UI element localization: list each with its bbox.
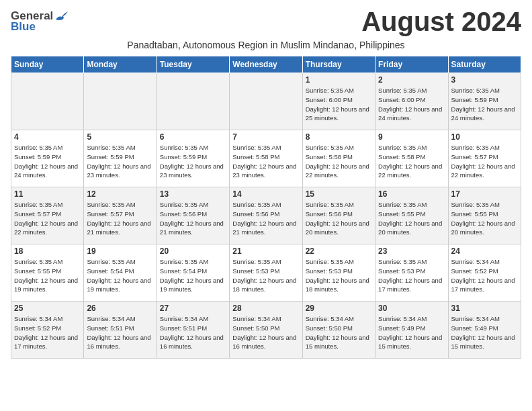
calendar-cell: 2Sunrise: 5:35 AM Sunset: 6:00 PM Daylig… <box>375 73 448 130</box>
day-number: 27 <box>160 304 226 313</box>
day-info: Sunrise: 5:34 AM Sunset: 5:50 PM Dayligh… <box>306 314 372 351</box>
calendar-cell <box>230 73 302 130</box>
day-info: Sunrise: 5:35 AM Sunset: 5:59 PM Dayligh… <box>451 86 518 123</box>
logo-bird-icon <box>54 10 69 22</box>
calendar-cell: 8Sunrise: 5:35 AM Sunset: 5:58 PM Daylig… <box>302 130 375 187</box>
logo: General Blue <box>11 9 69 34</box>
calendar-cell: 5Sunrise: 5:35 AM Sunset: 5:59 PM Daylig… <box>84 130 157 187</box>
calendar-cell: 27Sunrise: 5:34 AM Sunset: 5:51 PM Dayli… <box>157 302 229 359</box>
day-info: Sunrise: 5:35 AM Sunset: 5:57 PM Dayligh… <box>451 143 518 180</box>
day-number: 1 <box>306 75 372 85</box>
calendar-cell: 21Sunrise: 5:35 AM Sunset: 5:53 PM Dayli… <box>230 244 302 302</box>
day-info: Sunrise: 5:35 AM Sunset: 5:54 PM Dayligh… <box>87 257 153 294</box>
day-header-monday: Monday <box>84 56 157 73</box>
day-info: Sunrise: 5:34 AM Sunset: 5:52 PM Dayligh… <box>14 314 81 351</box>
day-number: 26 <box>87 304 153 313</box>
calendar-cell: 16Sunrise: 5:35 AM Sunset: 5:55 PM Dayli… <box>375 187 448 244</box>
day-number: 2 <box>378 75 445 85</box>
day-number: 12 <box>87 189 153 199</box>
day-header-friday: Friday <box>375 56 448 73</box>
day-header-thursday: Thursday <box>302 56 375 73</box>
calendar-cell: 12Sunrise: 5:35 AM Sunset: 5:57 PM Dayli… <box>84 187 157 244</box>
day-info: Sunrise: 5:35 AM Sunset: 5:55 PM Dayligh… <box>14 257 81 294</box>
day-number: 5 <box>87 132 153 142</box>
day-info: Sunrise: 5:35 AM Sunset: 5:59 PM Dayligh… <box>14 143 81 180</box>
day-info: Sunrise: 5:35 AM Sunset: 5:58 PM Dayligh… <box>378 143 445 180</box>
calendar-cell <box>11 73 84 130</box>
day-number: 22 <box>306 246 372 256</box>
day-number: 10 <box>451 132 518 142</box>
calendar-week-row: 4Sunrise: 5:35 AM Sunset: 5:59 PM Daylig… <box>11 130 521 187</box>
day-number: 8 <box>306 132 372 142</box>
calendar-cell: 26Sunrise: 5:34 AM Sunset: 5:51 PM Dayli… <box>84 302 157 359</box>
calendar-week-row: 1Sunrise: 5:35 AM Sunset: 6:00 PM Daylig… <box>11 73 521 130</box>
calendar-cell: 25Sunrise: 5:34 AM Sunset: 5:52 PM Dayli… <box>11 302 84 359</box>
day-info: Sunrise: 5:34 AM Sunset: 5:51 PM Dayligh… <box>87 314 153 351</box>
calendar-cell: 7Sunrise: 5:35 AM Sunset: 5:58 PM Daylig… <box>230 130 302 187</box>
day-number: 11 <box>14 189 81 199</box>
calendar-cell: 6Sunrise: 5:35 AM Sunset: 5:59 PM Daylig… <box>157 130 229 187</box>
day-info: Sunrise: 5:35 AM Sunset: 5:56 PM Dayligh… <box>306 200 372 237</box>
calendar-cell: 17Sunrise: 5:35 AM Sunset: 5:55 PM Dayli… <box>448 187 521 244</box>
day-header-wednesday: Wednesday <box>230 56 302 73</box>
day-info: Sunrise: 5:35 AM Sunset: 5:59 PM Dayligh… <box>87 143 153 180</box>
subtitle: Panadtaban, Autonomous Region in Muslim … <box>11 40 521 50</box>
day-info: Sunrise: 5:34 AM Sunset: 5:49 PM Dayligh… <box>378 314 445 351</box>
day-number: 30 <box>378 304 445 313</box>
calendar-cell: 28Sunrise: 5:34 AM Sunset: 5:50 PM Dayli… <box>230 302 302 359</box>
calendar-cell: 24Sunrise: 5:34 AM Sunset: 5:52 PM Dayli… <box>448 244 521 302</box>
day-info: Sunrise: 5:35 AM Sunset: 6:00 PM Dayligh… <box>306 86 372 123</box>
day-info: Sunrise: 5:34 AM Sunset: 5:50 PM Dayligh… <box>232 314 299 351</box>
day-info: Sunrise: 5:35 AM Sunset: 5:58 PM Dayligh… <box>232 143 299 180</box>
calendar-cell: 1Sunrise: 5:35 AM Sunset: 6:00 PM Daylig… <box>302 73 375 130</box>
day-number: 19 <box>87 246 153 256</box>
day-info: Sunrise: 5:35 AM Sunset: 5:53 PM Dayligh… <box>232 257 299 294</box>
day-info: Sunrise: 5:35 AM Sunset: 5:57 PM Dayligh… <box>14 200 81 237</box>
day-number: 6 <box>160 132 226 142</box>
day-header-saturday: Saturday <box>448 56 521 73</box>
calendar-table: SundayMondayTuesdayWednesdayThursdayFrid… <box>11 56 521 359</box>
day-number: 20 <box>160 246 226 256</box>
day-info: Sunrise: 5:35 AM Sunset: 5:54 PM Dayligh… <box>160 257 226 294</box>
day-number: 23 <box>378 246 445 256</box>
day-number: 9 <box>378 132 445 142</box>
day-number: 31 <box>451 304 518 313</box>
day-info: Sunrise: 5:34 AM Sunset: 5:49 PM Dayligh… <box>451 314 518 351</box>
calendar-cell: 31Sunrise: 5:34 AM Sunset: 5:49 PM Dayli… <box>448 302 521 359</box>
calendar-cell: 13Sunrise: 5:35 AM Sunset: 5:56 PM Dayli… <box>157 187 229 244</box>
day-info: Sunrise: 5:35 AM Sunset: 5:53 PM Dayligh… <box>378 257 445 294</box>
calendar-header-row: SundayMondayTuesdayWednesdayThursdayFrid… <box>11 56 521 73</box>
day-info: Sunrise: 5:35 AM Sunset: 5:56 PM Dayligh… <box>232 200 299 237</box>
calendar-cell <box>84 73 157 130</box>
header: General Blue August 2024 <box>11 7 521 37</box>
calendar-cell: 22Sunrise: 5:35 AM Sunset: 5:53 PM Dayli… <box>302 244 375 302</box>
calendar-cell: 18Sunrise: 5:35 AM Sunset: 5:55 PM Dayli… <box>11 244 84 302</box>
day-info: Sunrise: 5:35 AM Sunset: 5:55 PM Dayligh… <box>378 200 445 237</box>
day-info: Sunrise: 5:35 AM Sunset: 5:55 PM Dayligh… <box>451 200 518 237</box>
day-info: Sunrise: 5:35 AM Sunset: 5:58 PM Dayligh… <box>306 143 372 180</box>
logo-blue-text: Blue <box>11 20 36 34</box>
day-number: 7 <box>232 132 299 142</box>
day-number: 17 <box>451 189 518 199</box>
day-number: 18 <box>14 246 81 256</box>
calendar-cell: 29Sunrise: 5:34 AM Sunset: 5:50 PM Dayli… <box>302 302 375 359</box>
calendar-cell <box>157 73 229 130</box>
calendar-cell: 19Sunrise: 5:35 AM Sunset: 5:54 PM Dayli… <box>84 244 157 302</box>
day-info: Sunrise: 5:34 AM Sunset: 5:51 PM Dayligh… <box>160 314 226 351</box>
day-info: Sunrise: 5:34 AM Sunset: 5:52 PM Dayligh… <box>451 257 518 294</box>
day-number: 3 <box>451 75 518 85</box>
calendar-cell: 20Sunrise: 5:35 AM Sunset: 5:54 PM Dayli… <box>157 244 229 302</box>
day-number: 16 <box>378 189 445 199</box>
calendar-cell: 9Sunrise: 5:35 AM Sunset: 5:58 PM Daylig… <box>375 130 448 187</box>
calendar-cell: 10Sunrise: 5:35 AM Sunset: 5:57 PM Dayli… <box>448 130 521 187</box>
calendar-week-row: 25Sunrise: 5:34 AM Sunset: 5:52 PM Dayli… <box>11 302 521 359</box>
day-number: 15 <box>306 189 372 199</box>
calendar-week-row: 18Sunrise: 5:35 AM Sunset: 5:55 PM Dayli… <box>11 244 521 302</box>
day-info: Sunrise: 5:35 AM Sunset: 5:57 PM Dayligh… <box>87 200 153 237</box>
day-info: Sunrise: 5:35 AM Sunset: 5:53 PM Dayligh… <box>306 257 372 294</box>
calendar-cell: 23Sunrise: 5:35 AM Sunset: 5:53 PM Dayli… <box>375 244 448 302</box>
day-number: 13 <box>160 189 226 199</box>
calendar-cell: 11Sunrise: 5:35 AM Sunset: 5:57 PM Dayli… <box>11 187 84 244</box>
calendar-week-row: 11Sunrise: 5:35 AM Sunset: 5:57 PM Dayli… <box>11 187 521 244</box>
day-number: 21 <box>232 246 299 256</box>
